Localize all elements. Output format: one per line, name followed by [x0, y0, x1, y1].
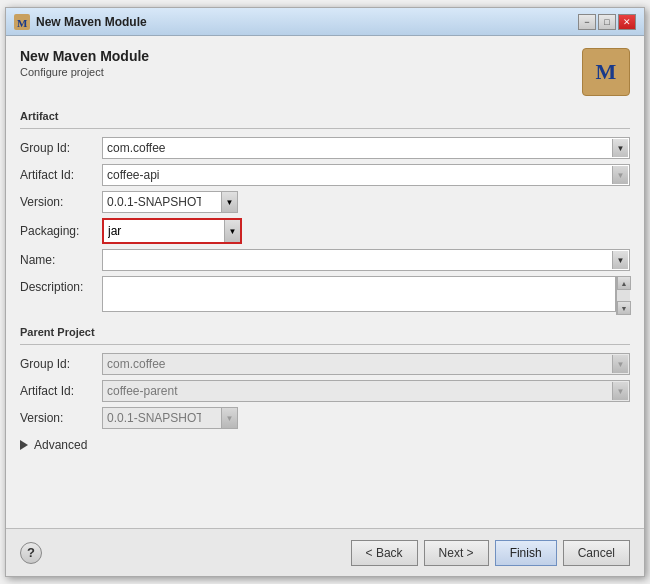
packaging-label: Packaging:: [20, 224, 102, 238]
packaging-input[interactable]: [104, 220, 224, 242]
name-input[interactable]: [102, 249, 630, 271]
artifact-separator: [20, 128, 630, 129]
advanced-label: Advanced: [34, 438, 87, 452]
version-input[interactable]: [102, 191, 222, 213]
artifact-id-row: Artifact Id: ▼: [20, 164, 630, 186]
maximize-button[interactable]: □: [598, 14, 616, 30]
parent-version-row: Version: ▼: [20, 407, 630, 429]
group-id-field: ▼: [102, 137, 630, 159]
advanced-section[interactable]: Advanced: [20, 434, 630, 456]
packaging-field: ▼: [102, 218, 242, 244]
parent-artifact-id-label: Artifact Id:: [20, 384, 102, 398]
footer-buttons: < Back Next > Finish Cancel: [351, 540, 630, 566]
finish-button[interactable]: Finish: [495, 540, 557, 566]
parent-group-id-row: Group Id: ▼: [20, 353, 630, 375]
packaging-dropdown-arrow[interactable]: ▼: [224, 220, 240, 242]
artifact-section-label: Artifact: [20, 110, 630, 122]
parent-section-label: Parent Project: [20, 326, 630, 338]
description-scrollbar: ▲ ▼: [616, 276, 630, 315]
scroll-up-button[interactable]: ▲: [617, 276, 631, 290]
title-bar: M New Maven Module − □ ✕: [6, 8, 644, 36]
help-button[interactable]: ?: [20, 542, 42, 564]
page-subtitle: Configure project: [20, 66, 149, 78]
footer: ? < Back Next > Finish Cancel: [6, 528, 644, 576]
window-controls: − □ ✕: [578, 14, 636, 30]
parent-group-id-input: [102, 353, 630, 375]
cancel-button[interactable]: Cancel: [563, 540, 630, 566]
parent-group-id-label: Group Id:: [20, 357, 102, 371]
group-id-label: Group Id:: [20, 141, 102, 155]
header-text: New Maven Module Configure project: [20, 48, 149, 78]
parent-artifact-id-dropdown-arrow: ▼: [612, 382, 628, 400]
description-row: Description: ▲ ▼: [20, 276, 630, 315]
version-dropdown-arrow[interactable]: ▼: [222, 191, 238, 213]
parent-separator: [20, 344, 630, 345]
minimize-button[interactable]: −: [578, 14, 596, 30]
group-id-row: Group Id: ▼: [20, 137, 630, 159]
window-icon: M: [14, 14, 30, 30]
description-label: Description:: [20, 276, 102, 294]
parent-version-dropdown-arrow: ▼: [222, 407, 238, 429]
main-window: M New Maven Module − □ ✕ New Maven Modul…: [5, 7, 645, 577]
advanced-triangle-icon: [20, 440, 28, 450]
name-row: Name: ▼: [20, 249, 630, 271]
parent-group-id-dropdown-arrow: ▼: [612, 355, 628, 373]
group-id-dropdown-arrow[interactable]: ▼: [612, 139, 628, 157]
version-label: Version:: [20, 195, 102, 209]
close-button[interactable]: ✕: [618, 14, 636, 30]
artifact-id-dropdown-arrow[interactable]: ▼: [612, 166, 628, 184]
parent-version-input: [102, 407, 222, 429]
back-button[interactable]: < Back: [351, 540, 418, 566]
parent-artifact-id-row: Artifact Id: ▼: [20, 380, 630, 402]
page-title: New Maven Module: [20, 48, 149, 64]
page-header: New Maven Module Configure project M: [20, 48, 630, 96]
parent-artifact-id-field: ▼: [102, 380, 630, 402]
maven-icon: M: [582, 48, 630, 96]
footer-left: ?: [20, 542, 351, 564]
description-field: ▲ ▼: [102, 276, 630, 315]
version-row: Version: ▼: [20, 191, 630, 213]
version-field: ▼: [102, 191, 238, 213]
artifact-id-input[interactable]: [102, 164, 630, 186]
artifact-id-label: Artifact Id:: [20, 168, 102, 182]
name-dropdown-arrow[interactable]: ▼: [612, 251, 628, 269]
name-label: Name:: [20, 253, 102, 267]
description-input[interactable]: [102, 276, 616, 312]
window-title: New Maven Module: [36, 15, 578, 29]
content-area: New Maven Module Configure project M Art…: [6, 36, 644, 528]
packaging-row: Packaging: ▼: [20, 218, 630, 244]
parent-version-label: Version:: [20, 411, 102, 425]
parent-group-id-field: ▼: [102, 353, 630, 375]
svg-text:M: M: [17, 17, 28, 29]
group-id-input[interactable]: [102, 137, 630, 159]
parent-artifact-id-input: [102, 380, 630, 402]
next-button[interactable]: Next >: [424, 540, 489, 566]
artifact-id-field: ▼: [102, 164, 630, 186]
scroll-down-button[interactable]: ▼: [617, 301, 631, 315]
name-field: ▼: [102, 249, 630, 271]
